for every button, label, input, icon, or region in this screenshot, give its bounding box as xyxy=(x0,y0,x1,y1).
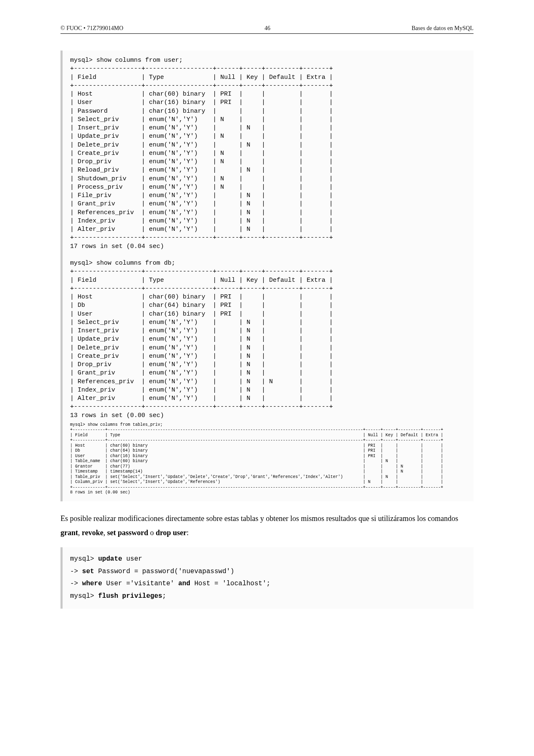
code-block-update: mysql> update user -> set Password = pas… xyxy=(60,547,474,608)
sql-line-4: mysql> flush privileges; xyxy=(70,590,466,603)
kw-grant: grant xyxy=(60,528,78,537)
ascii-table-user-db: mysql> show columns from user; +--------… xyxy=(70,56,466,420)
sql-line-2: -> set Password = password('nuevapasswd'… xyxy=(70,566,466,578)
page-header: © FUOC • 71Z799014MO 46 Bases de datos e… xyxy=(60,25,474,34)
kw-set-password: set password xyxy=(107,528,149,537)
text: Es posible realizar modificaciones direc… xyxy=(60,514,458,523)
kw-revoke: revoke xyxy=(82,528,103,537)
header-left: © FUOC • 71Z799014MO xyxy=(60,25,123,32)
code-block-columns: mysql> show columns from user; +--------… xyxy=(60,51,474,501)
sql-line-1: mysql> update user xyxy=(70,553,466,566)
ascii-table-tables-priv: mysql> show columns from tables_priv; +-… xyxy=(70,422,466,496)
kw-drop-user: drop user xyxy=(156,528,186,537)
body-paragraph: Es posible realizar modificaciones direc… xyxy=(60,511,474,540)
sql-line-3: -> where User ='visitante' and Host = 'l… xyxy=(70,578,466,590)
header-center: 46 xyxy=(264,25,270,32)
header-right: Bases de datos en MySQL xyxy=(411,25,474,32)
